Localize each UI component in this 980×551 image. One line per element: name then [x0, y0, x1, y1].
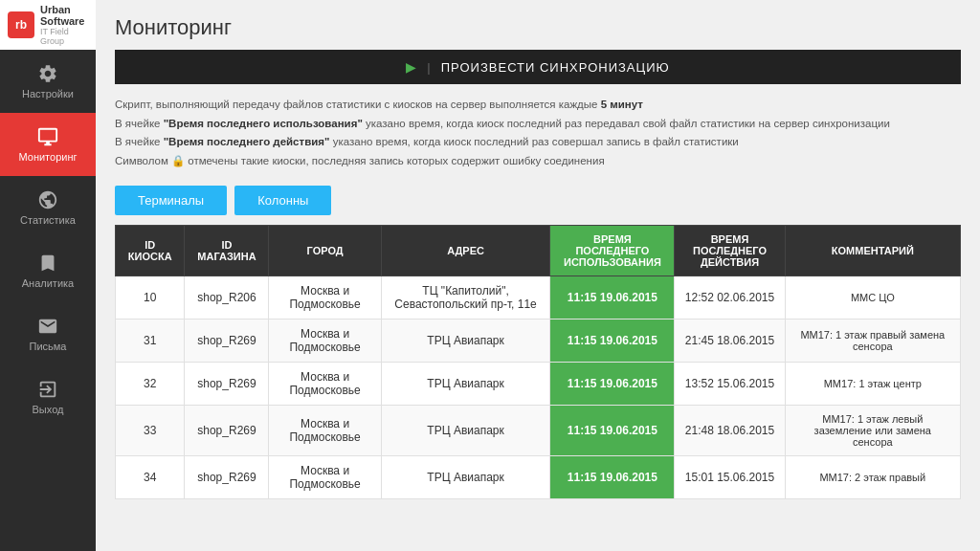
cell-kiosk_id: 10 [116, 276, 185, 320]
table-body: 10shop_R206Москва и ПодмосковьеТЦ "Капит… [116, 276, 961, 499]
cell-comment: ММ17: 2 этаж правый [785, 456, 960, 499]
monitoring-table: ID КИОСКА ID МАГАЗИНА ГОРОД АДРЕС ВРЕМЯ … [115, 225, 961, 499]
table-row: 32shop_R269Москва и ПодмосковьеТРЦ Авиап… [116, 363, 961, 406]
cell-last_action: 15:01 15.06.2015 [675, 456, 785, 499]
info-line2: В ячейке "Время последнего использования… [115, 115, 961, 134]
cell-shop_id: shop_R269 [185, 363, 269, 406]
cell-city: Москва и Подмосковье [269, 456, 381, 499]
cell-city: Москва и Подмосковье [269, 363, 381, 406]
exit-icon [37, 379, 58, 400]
sidebar-item-mail[interactable]: Письма [0, 302, 96, 365]
cell-last_action: 21:48 18.06.2015 [675, 406, 785, 456]
sidebar-item-logout-label: Выход [33, 404, 64, 415]
cell-kiosk_id: 33 [116, 406, 185, 456]
cell-comment: ММ17: 1 этаж центр [785, 363, 960, 406]
cell-shop_id: shop_R269 [185, 320, 269, 363]
cell-shop_id: shop_R269 [185, 406, 269, 456]
sidebar-item-analytics-label: Аналитика [22, 277, 74, 289]
info-line3: В ячейке "Время последнего действия" ука… [115, 133, 961, 152]
terminals-button[interactable]: Терминалы [115, 186, 227, 215]
logo-text: UrbanSoftware IT Field Group [40, 4, 88, 46]
cell-kiosk_id: 32 [116, 363, 185, 406]
table-row: 10shop_R206Москва и ПодмосковьеТЦ "Капит… [116, 276, 961, 320]
sidebar-item-mail-label: Письма [30, 341, 67, 352]
cell-last_action: 12:52 02.06.2015 [675, 276, 785, 320]
logo-area: rb UrbanSoftware IT Field Group [0, 0, 96, 50]
table-header-row: ID КИОСКА ID МАГАЗИНА ГОРОД АДРЕС ВРЕМЯ … [116, 226, 961, 276]
cell-city: Москва и Подмосковье [269, 320, 381, 363]
th-city: ГОРОД [269, 226, 381, 276]
info-text: Скрипт, выполняющий передачу файлов стат… [96, 96, 980, 180]
page-title: Мониторинг [115, 15, 961, 40]
cell-last_use: 11:15 19.06.2015 [550, 276, 675, 320]
cell-kiosk_id: 34 [116, 456, 185, 499]
cell-comment: ММ17: 1 этаж правый замена сенсора [785, 320, 960, 363]
monitor-icon [37, 126, 58, 147]
cell-address: ТРЦ Авиапарк [381, 363, 550, 406]
table-row: 33shop_R269Москва и ПодмосковьеТРЦ Авиап… [116, 406, 961, 456]
sidebar-item-monitoring-label: Мониторинг [18, 151, 77, 163]
cell-last_action: 21:45 18.06.2015 [675, 320, 785, 363]
sidebar-item-statistics[interactable]: Статистика [0, 176, 96, 239]
cell-comment: ММ17: 1 этаж левый заземление или замена… [785, 406, 960, 456]
sidebar-item-settings[interactable]: Настройки [0, 50, 96, 113]
buttons-row: Терминалы Колонны [96, 180, 980, 225]
main-content: Мониторинг ▶ | ПРОИЗВЕСТИ СИНХРОНИЗАЦИЮ … [96, 0, 980, 551]
table-row: 34shop_R269Москва и ПодмосковьеТРЦ Авиап… [116, 456, 961, 499]
cell-address: ТЦ "Капитолий", Севастопольский пр-т, 11… [381, 276, 550, 320]
cell-last_action: 13:52 15.06.2015 [675, 363, 785, 406]
cell-address: ТРЦ Авиапарк [381, 406, 550, 456]
play-icon: ▶ [406, 59, 417, 75]
columns-button[interactable]: Колонны [234, 186, 331, 215]
cell-shop_id: shop_R206 [185, 276, 269, 320]
th-last-action: ВРЕМЯ ПОСЛЕДНЕГОДЕЙСТВИЯ [675, 226, 785, 276]
cell-city: Москва и Подмосковье [269, 276, 381, 320]
sidebar-item-logout[interactable]: Выход [0, 365, 96, 429]
cell-last_use: 11:15 19.06.2015 [550, 363, 675, 406]
cell-shop_id: shop_R269 [185, 456, 269, 499]
cell-kiosk_id: 31 [116, 320, 185, 363]
logo-name: UrbanSoftware [40, 4, 88, 27]
info-line4: Символом 🔒 отмечены такие киоски, послед… [115, 152, 961, 171]
logo-subtext: IT Field Group [40, 27, 88, 46]
gear-icon [37, 63, 58, 84]
table-container: ID КИОСКА ID МАГАЗИНА ГОРОД АДРЕС ВРЕМЯ … [115, 225, 961, 551]
cell-address: ТРЦ Авиапарк [381, 320, 550, 363]
sidebar: rb UrbanSoftware IT Field Group Настройк… [0, 0, 96, 551]
page-header: Мониторинг [96, 0, 980, 50]
mail-icon [37, 316, 58, 337]
th-address: АДРЕС [381, 226, 550, 276]
globe-icon [37, 189, 58, 210]
cell-address: ТРЦ Авиапарк [381, 456, 550, 499]
th-kiosk-id: ID КИОСКА [116, 226, 185, 276]
cell-last_use: 11:15 19.06.2015 [550, 406, 675, 456]
cell-comment: ММС ЦО [785, 276, 960, 320]
sidebar-item-analytics[interactable]: Аналитика [0, 239, 96, 302]
sidebar-item-statistics-label: Статистика [20, 214, 76, 226]
table-row: 31shop_R269Москва и ПодмосковьеТРЦ Авиап… [116, 320, 961, 363]
logo-icon: rb [8, 11, 34, 38]
cell-last_use: 11:15 19.06.2015 [550, 320, 675, 363]
sidebar-item-settings-label: Настройки [22, 88, 74, 99]
cell-city: Москва и Подмосковье [269, 406, 381, 456]
th-comment: КОММЕНТАРИЙ [785, 226, 960, 276]
sidebar-item-monitoring[interactable]: Мониторинг [0, 113, 96, 176]
sync-label: ПРОИЗВЕСТИ СИНХРОНИЗАЦИЮ [441, 60, 670, 75]
th-last-use: ВРЕМЯ ПОСЛЕДНЕГОИСПОЛЬЗОВАНИЯ [550, 226, 675, 276]
sync-bar[interactable]: ▶ | ПРОИЗВЕСТИ СИНХРОНИЗАЦИЮ [115, 50, 961, 84]
info-line1: Скрипт, выполняющий передачу файлов стат… [115, 96, 961, 115]
bookmark-icon [37, 253, 58, 274]
cell-last_use: 11:15 19.06.2015 [550, 456, 675, 499]
th-shop-id: ID МАГАЗИНА [185, 226, 269, 276]
sync-divider: | [427, 60, 431, 75]
